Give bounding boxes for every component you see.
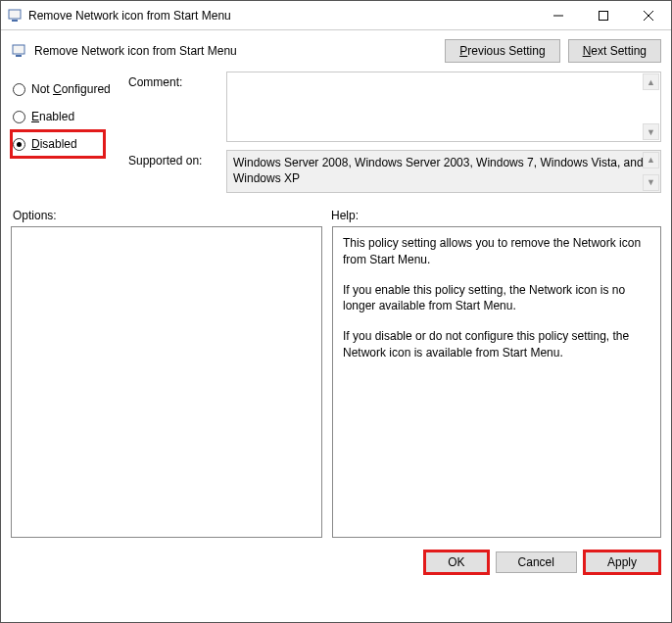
supported-row: Supported on: Windows Server 2008, Windo…	[128, 150, 661, 193]
pane-labels: Options: Help:	[1, 201, 671, 226]
options-label: Options:	[13, 209, 331, 222]
svg-rect-6	[13, 45, 24, 54]
policy-title: Remove Network icon from Start Menu	[34, 44, 437, 58]
close-button[interactable]	[626, 1, 671, 29]
minimize-button[interactable]	[536, 1, 581, 29]
cancel-button[interactable]: Cancel	[496, 551, 577, 573]
window-controls	[536, 1, 671, 29]
comment-textbox[interactable]: ▲ ▼	[226, 72, 661, 142]
help-text: If you disable or do not configure this …	[343, 328, 650, 361]
options-pane	[11, 226, 322, 538]
window-title: Remove Network icon from Start Menu	[28, 9, 536, 23]
app-icon	[7, 8, 23, 24]
scroll-up-icon[interactable]: ▲	[643, 152, 659, 168]
comment-row: Comment: ▲ ▼	[128, 72, 661, 142]
config-row: Not Configured Enabled Disabled Comment:…	[1, 72, 671, 201]
policy-icon	[11, 43, 26, 59]
titlebar: Remove Network icon from Start Menu	[1, 1, 671, 30]
radio-icon	[13, 111, 25, 123]
radio-enabled[interactable]: Enabled	[11, 103, 119, 130]
svg-rect-1	[12, 20, 18, 22]
help-label: Help:	[331, 209, 359, 222]
ok-button[interactable]: OK	[425, 551, 487, 573]
scroll-down-icon[interactable]: ▼	[643, 123, 659, 140]
radio-not-configured[interactable]: Not Configured	[11, 75, 119, 103]
help-text: If you enable this policy setting, the N…	[343, 282, 650, 315]
next-setting-button[interactable]: Next Setting	[568, 39, 661, 63]
supported-textbox: Windows Server 2008, Windows Server 2003…	[226, 150, 661, 193]
apply-button[interactable]: Apply	[585, 551, 659, 573]
radio-label: Not Configured	[31, 82, 111, 96]
dialog-buttons: OK Cancel Apply	[1, 538, 671, 573]
supported-label: Supported on:	[128, 150, 218, 193]
radio-label: Disabled	[31, 137, 77, 151]
maximize-button[interactable]	[581, 1, 626, 29]
radio-icon	[13, 83, 25, 96]
previous-setting-button[interactable]: Previous Setting	[445, 39, 559, 63]
help-pane: This policy setting allows you to remove…	[332, 226, 661, 538]
field-column: Comment: ▲ ▼ Supported on: Windows Serve…	[128, 72, 661, 201]
svg-rect-3	[600, 11, 608, 20]
scroll-down-icon[interactable]: ▼	[643, 174, 659, 191]
panes: This policy setting allows you to remove…	[1, 226, 671, 538]
radio-disabled[interactable]: Disabled	[11, 130, 105, 158]
help-text: This policy setting allows you to remove…	[343, 235, 650, 268]
svg-rect-0	[9, 10, 21, 19]
svg-rect-7	[16, 55, 22, 57]
state-radios: Not Configured Enabled Disabled	[11, 72, 119, 201]
radio-icon	[13, 138, 25, 151]
comment-label: Comment:	[128, 72, 218, 142]
scroll-up-icon[interactable]: ▲	[643, 73, 659, 90]
radio-label: Enabled	[31, 110, 74, 123]
supported-text: Windows Server 2008, Windows Server 2003…	[233, 156, 644, 185]
subheader: Remove Network icon from Start Menu Prev…	[1, 30, 671, 72]
